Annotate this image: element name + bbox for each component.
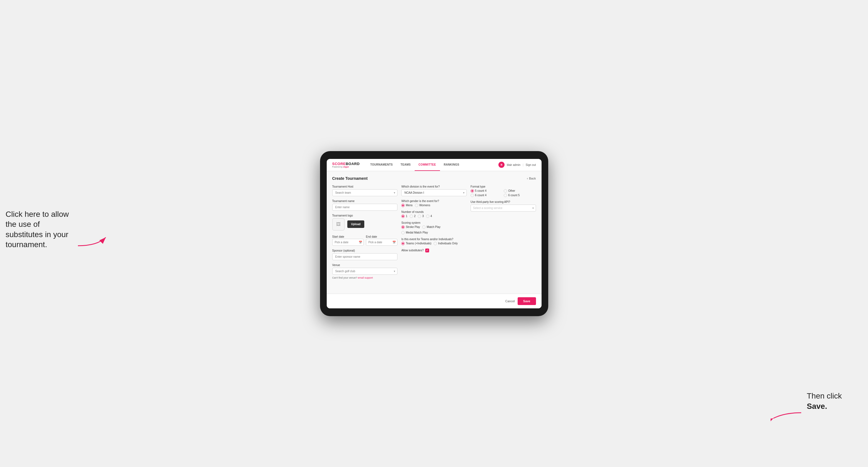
form-grid: Tournament Host Tournament name Tourname… [332,185,536,279]
scoring-service-select[interactable]: Select a scoring service [471,205,536,212]
tournament-name-label: Tournament name [332,199,398,203]
format-other[interactable]: Other [504,189,536,193]
venue-field: Venue Can't find your venue? email suppo… [332,263,398,279]
gender-womens-radio[interactable] [415,204,418,207]
nav-right: B blair admin | Sign out [498,162,536,168]
venue-label: Venue [332,263,398,267]
tournament-logo-label: Tournament logo [332,214,398,217]
division-select[interactable]: NCAA Division I [401,189,467,196]
nav-item-rankings[interactable]: RANKINGS [440,159,463,171]
form-col-1: Tournament Host Tournament name Tourname… [332,185,398,279]
tournament-host-input[interactable] [332,189,398,196]
gender-mens-radio[interactable] [401,204,405,207]
scoring-api-label: Use third-party live scoring API? [471,200,536,204]
nav-bar: SCOREBOARD Powered by clippd TOURNAMENTS… [327,159,541,171]
nav-item-committee[interactable]: COMMITTEE [415,159,440,171]
sponsor-field: Sponsor (optional) [332,249,398,260]
venue-input[interactable] [332,268,398,275]
form-col-2: Which division is the event for? NCAA Di… [401,185,467,279]
tournament-logo-field: Tournament logo 🖼 Upload [332,214,398,230]
upload-button[interactable]: Upload [347,220,365,228]
tournament-name-input[interactable] [332,204,398,211]
rounds-label: Number of rounds [401,210,467,214]
nav-logo: SCOREBOARD Powered by clippd [332,162,360,168]
gender-field: Which gender is the event for? Mens Wome… [401,199,467,207]
allow-subs-field: Allow substitutes? [401,249,467,252]
gender-womens[interactable]: Womens [415,204,430,207]
arrow-left-icon [75,232,108,249]
event-type-radio-group: Teams (+Individuals) Individuals Only [401,242,467,245]
gender-mens[interactable]: Mens [401,204,412,207]
rounds-4[interactable]: 4 [426,215,432,218]
venue-help-link[interactable]: email support [358,276,373,279]
scoring-match[interactable]: Match Play [422,225,440,229]
format-type-label: Format type [471,185,536,188]
nav-username: blair admin [507,163,520,166]
back-button[interactable]: ‹ Back [527,177,536,180]
event-type-field: Is this event for Teams and/or Individua… [401,238,467,245]
allow-subs-label: Allow substitutes? [401,249,424,252]
nav-items: TOURNAMENTS TEAMS COMMITTEE RANKINGS [366,159,463,171]
sponsor-input[interactable] [332,253,398,260]
start-date-input[interactable] [332,239,364,246]
gender-radio-group: Mens Womens [401,204,467,207]
format-5count4[interactable]: 5 count 4 [471,189,503,193]
rounds-2[interactable]: 2 [410,215,416,218]
tournament-name-field: Tournament name [332,199,398,211]
format-radio-group: 5 count 4 Other 6 count 4 [471,189,536,197]
tournament-host-label: Tournament Host [332,185,398,188]
page-header: Create Tournament ‹ Back [332,176,536,181]
venue-help: Can't find your venue? email support [332,276,398,279]
format-type-field: Format type 5 count 4 Other [471,185,536,197]
event-individuals[interactable]: Individuals Only [434,242,458,245]
scoring-medal-match[interactable]: Medal Match Play [401,231,428,234]
sponsor-label: Sponsor (optional) [332,249,398,252]
page-footer: Cancel Save [327,293,541,308]
scoring-system-field: Scoring system Stroke Play Match Play [401,221,467,234]
nav-item-tournaments[interactable]: TOURNAMENTS [366,159,397,171]
annotation-left: Click here to allow the use of substitut… [6,209,72,250]
scoring-api-field: Use third-party live scoring API? Select… [471,200,536,212]
scoring-system-radio-group: Stroke Play Match Play Medal Match Play [401,225,467,234]
tablet: SCOREBOARD Powered by clippd TOURNAMENTS… [320,151,548,316]
arrow-right-icon [771,410,804,424]
tablet-screen: SCOREBOARD Powered by clippd TOURNAMENTS… [327,159,541,308]
page-title: Create Tournament [332,176,368,181]
nav-item-teams[interactable]: TEAMS [397,159,415,171]
logo-upload-area: 🖼 Upload [332,218,398,230]
format-6count5[interactable]: 6 count 5 [504,194,536,197]
rounds-field: Number of rounds 1 2 [401,210,467,218]
signout-link[interactable]: Sign out [526,163,536,166]
scoring-service-wrapper: Select a scoring service [471,205,536,212]
start-date-label: Start date [332,235,344,238]
date-field: Start date End date [332,234,398,246]
gender-label: Which gender is the event for? [401,199,467,203]
scoring-system-label: Scoring system [401,221,467,224]
scoring-stroke[interactable]: Stroke Play [401,225,420,229]
end-date-label: End date [366,235,377,238]
division-label: Which division is the event for? [401,185,467,188]
rounds-3[interactable]: 3 [418,215,424,218]
tournament-host-field: Tournament Host [332,185,398,196]
rounds-1[interactable]: 1 [401,215,407,218]
form-col-3: Format type 5 count 4 Other [471,185,536,279]
allow-subs-row: Allow substitutes? [401,249,467,252]
nav-logo-title: SCOREBOARD [332,162,360,166]
format-6count4[interactable]: 6 count 4 [471,194,503,197]
avatar: B [498,162,504,168]
nav-logo-sub: Powered by clippd [332,166,360,168]
event-type-label: Is this event for Teams and/or Individua… [401,238,467,241]
logo-placeholder: 🖼 [332,218,344,230]
rounds-radio-group: 1 2 3 4 [401,215,467,218]
save-button[interactable]: Save [518,297,536,305]
annotation-right: Then click Save. [807,391,862,411]
event-teams[interactable]: Teams (+Individuals) [401,242,431,245]
cancel-button[interactable]: Cancel [505,300,515,303]
end-date-input[interactable] [366,239,397,246]
allow-subs-checkbox[interactable] [425,249,429,252]
page-content: Create Tournament ‹ Back Tournament Host… [327,171,541,293]
division-field: Which division is the event for? NCAA Di… [401,185,467,196]
